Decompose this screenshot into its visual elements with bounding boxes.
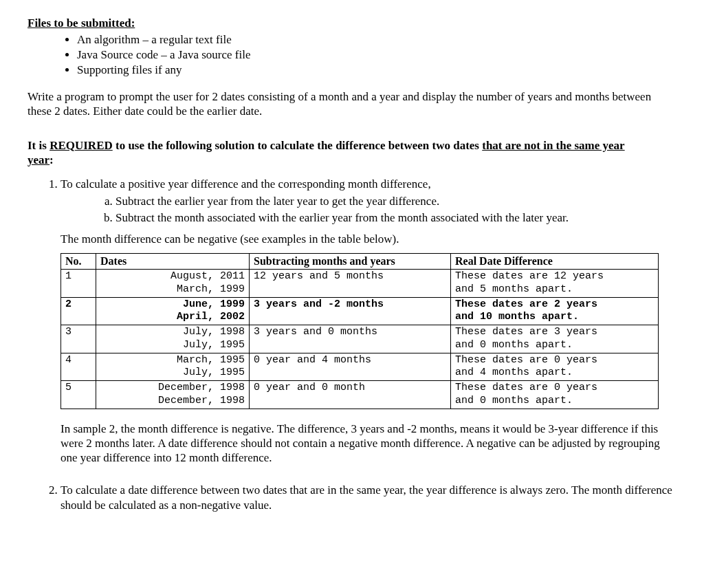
cell-dates: August, 2011March, 1999	[96, 270, 250, 298]
required-year-word: year	[28, 153, 50, 166]
files-heading: Files to be submitted:	[28, 17, 676, 30]
cell-no: 1	[61, 270, 96, 298]
step-2-text: To calculate a date difference between t…	[60, 483, 672, 511]
cell-no: 5	[61, 381, 96, 409]
cell-dates: December, 1998December, 1998	[96, 381, 250, 409]
cell-sub: 0 year and 0 month	[250, 381, 451, 409]
file-item: An algorithm – a regular text file	[77, 33, 676, 47]
table-header-row: No. Dates Subtracting months and years R…	[61, 254, 659, 270]
substeps-list: Subtract the earlier year from the later…	[60, 194, 676, 225]
examples-table: No. Dates Subtracting months and years R…	[60, 253, 659, 409]
cell-real: These dates are 0 yearsand 0 months apar…	[451, 381, 659, 409]
cell-real: These dates are 3 yearsand 0 months apar…	[451, 325, 659, 353]
cell-sub: 12 years and 5 months	[250, 270, 451, 298]
required-word: REQUIRED	[50, 139, 113, 152]
col-dates: Dates	[96, 254, 250, 270]
cell-sub: 3 years and -2 months	[250, 297, 451, 325]
cell-dates: March, 1995July, 1995	[96, 353, 250, 381]
file-item: Java Source code – a Java source file	[77, 48, 676, 62]
step-1-text: To calculate a positive year difference …	[60, 177, 431, 190]
negative-note: The month difference can be negative (se…	[60, 232, 676, 246]
cell-sub: 3 years and 0 months	[250, 325, 451, 353]
col-sub: Subtracting months and years	[250, 254, 451, 270]
table-row: 2 June, 1999April, 2002 3 years and -2 m…	[61, 297, 659, 325]
cell-dates: June, 1999April, 2002	[96, 297, 250, 325]
step-1a: Subtract the earlier year from the later…	[116, 194, 676, 208]
steps-list: To calculate a positive year difference …	[28, 177, 676, 512]
cell-dates: July, 1998July, 1995	[96, 325, 250, 353]
cell-real: These dates are 2 yearsand 10 months apa…	[451, 297, 659, 325]
cell-no: 3	[61, 325, 96, 353]
cell-real: These dates are 12 yearsand 5 months apa…	[451, 270, 659, 298]
table-row: 5 December, 1998December, 1998 0 year an…	[61, 381, 659, 409]
file-item: Supporting files if any	[77, 63, 676, 77]
table-row: 1 August, 2011March, 1999 12 years and 5…	[61, 270, 659, 298]
cell-real: These dates are 0 yearsand 4 months apar…	[451, 353, 659, 381]
required-prefix: It is	[28, 139, 50, 152]
required-heading: It is REQUIRED to use the following solu…	[28, 138, 676, 168]
required-suffix: :	[50, 153, 54, 166]
table-row: 4 March, 1995July, 1995 0 year and 4 mon…	[61, 353, 659, 381]
cell-no: 4	[61, 353, 96, 381]
required-underline: that are not in the same year	[482, 139, 624, 152]
step-1b: Subtract the month associated with the e…	[116, 210, 676, 225]
required-mid: to use the following solution to calcula…	[113, 139, 482, 152]
step-1: To calculate a positive year difference …	[60, 177, 676, 465]
files-list: An algorithm – a regular text file Java …	[28, 33, 676, 77]
cell-no: 2	[61, 297, 96, 325]
intro-paragraph: Write a program to prompt the user for 2…	[28, 89, 676, 119]
table-row: 3 July, 1998July, 1995 3 years and 0 mon…	[61, 325, 659, 353]
explain-paragraph: In sample 2, the month difference is neg…	[60, 422, 676, 466]
col-real: Real Date Difference	[451, 254, 659, 270]
step-2: To calculate a date difference between t…	[60, 483, 676, 512]
cell-sub: 0 year and 4 months	[250, 353, 451, 381]
col-no: No.	[61, 254, 96, 270]
